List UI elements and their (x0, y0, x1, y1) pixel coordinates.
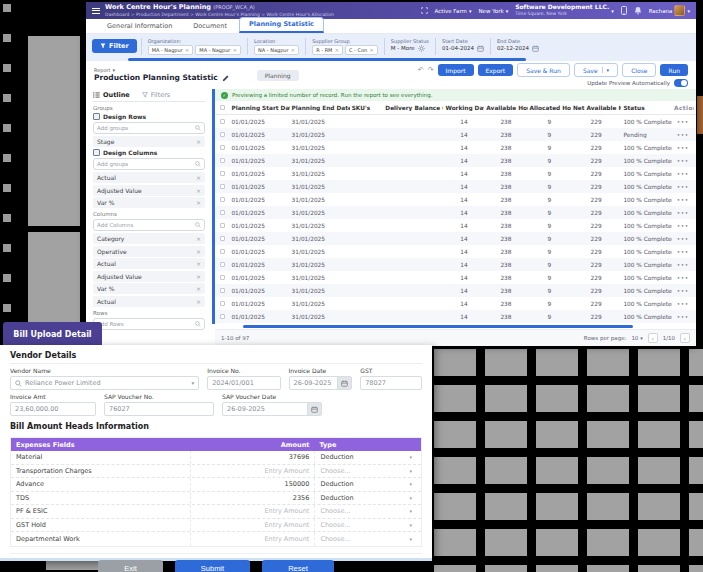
row-actions-icon[interactable]: ••• (672, 145, 694, 151)
tab-document[interactable]: Document (184, 20, 236, 33)
expense-amount-input[interactable]: Entry Amount (191, 505, 314, 518)
row-checkbox[interactable] (220, 210, 225, 215)
row-checkbox[interactable] (220, 301, 225, 306)
sap-voucher-no-input[interactable]: 76027 (104, 402, 214, 416)
redo-icon[interactable]: ↷ (428, 67, 434, 74)
filter-value[interactable]: 02-12-2024 (497, 45, 539, 52)
row-actions-icon[interactable]: ••• (672, 236, 694, 242)
remove-icon[interactable]: × (196, 235, 201, 242)
expense-type-select[interactable]: Choose... (314, 532, 400, 546)
row-checkbox[interactable] (220, 288, 225, 293)
remove-icon[interactable]: × (196, 138, 201, 145)
field-chip-category[interactable]: Category× (93, 233, 205, 244)
design-columns-item[interactable]: Design Columns (93, 149, 205, 156)
expense-type-select[interactable]: Choose... (314, 465, 400, 478)
row-actions-icon[interactable]: ••• (672, 197, 694, 203)
row-actions-icon[interactable]: ••• (672, 158, 694, 164)
table-row[interactable]: 01/01/202531/01/2025142389229100 % Compl… (215, 284, 696, 297)
add-column-groups-input[interactable]: Add groups (93, 158, 205, 170)
table-row[interactable]: 01/01/202531/01/2025142389229100 % Compl… (215, 180, 696, 193)
rows-per-page-select[interactable]: 10 ▾ (631, 335, 642, 341)
remove-icon[interactable]: × (196, 260, 201, 267)
calendar-icon[interactable] (337, 377, 351, 389)
row-checkbox[interactable] (220, 262, 225, 267)
submit-button[interactable]: Submit (175, 560, 250, 572)
design-rows-item[interactable]: Design Rows (93, 113, 205, 120)
row-checkbox[interactable] (220, 275, 225, 280)
mobile-icon[interactable] (621, 6, 627, 15)
edit-pencil-icon[interactable] (222, 75, 229, 82)
table-row[interactable]: 01/01/202531/01/2025142389229100 % Compl… (215, 206, 696, 219)
add-columns-input[interactable]: Add Columns (93, 219, 205, 231)
gst-input[interactable]: 78027 (360, 376, 422, 390)
report-view-tab[interactable]: Planning (257, 70, 299, 81)
row-checkbox[interactable] (220, 145, 225, 150)
field-chip-var[interactable]: Var %× (93, 197, 205, 208)
select-all-checkbox[interactable] (220, 105, 225, 110)
panel-divider-scrollbar[interactable] (212, 89, 215, 324)
import-button[interactable]: Import (438, 64, 474, 76)
row-actions-icon[interactable]: ••• (672, 301, 694, 307)
remove-icon[interactable]: × (334, 47, 339, 53)
field-chip-actual[interactable]: Actual× (93, 258, 205, 269)
remove-icon[interactable]: × (369, 47, 374, 53)
expense-amount-input[interactable]: Entry Amount (191, 519, 314, 532)
chevron-down-icon[interactable]: ▾ (400, 495, 421, 501)
table-row[interactable]: 01/01/202531/01/2025142389229100 % Compl… (215, 297, 696, 310)
expense-type-select[interactable]: Deduction (314, 492, 400, 505)
sap-voucher-date-input[interactable]: 26-09-2025 (222, 402, 322, 416)
chevron-down-icon[interactable]: ▾ (400, 454, 421, 460)
filter-button[interactable]: Filter (92, 39, 137, 53)
table-row[interactable]: 01/01/202531/01/2025142389229100 % Compl… (215, 141, 696, 154)
row-checkbox[interactable] (220, 314, 225, 319)
save-button[interactable]: Save▾ (574, 63, 618, 77)
row-actions-icon[interactable]: ••• (672, 210, 694, 216)
expense-amount-input[interactable]: 37696 (191, 451, 314, 464)
expense-type-select[interactable]: Choose... (314, 505, 400, 518)
table-row[interactable]: 01/01/202531/01/2025142389229100 % Compl… (215, 258, 696, 271)
auto-preview-toggle[interactable] (674, 79, 688, 87)
row-checkbox[interactable] (220, 132, 225, 137)
field-chip-adjusted-value[interactable]: Adjusted Value× (93, 185, 205, 196)
invoice-date-input[interactable]: 26-09-2025 (289, 376, 353, 390)
chevron-down-icon[interactable]: ▾ (400, 468, 421, 474)
export-button[interactable]: Export (478, 64, 514, 76)
expense-type-select[interactable]: Deduction (314, 478, 400, 491)
chevron-down-icon[interactable]: ▾ (400, 536, 421, 542)
row-checkbox[interactable] (220, 223, 225, 228)
row-actions-icon[interactable]: ••• (672, 262, 694, 268)
row-actions-icon[interactable]: ••• (672, 119, 694, 125)
row-actions-icon[interactable]: ••• (672, 171, 694, 177)
row-checkbox[interactable] (220, 197, 225, 202)
exit-button[interactable]: Exit (98, 560, 163, 572)
hamburger-menu-icon[interactable] (92, 8, 100, 14)
table-row[interactable]: 01/01/202531/01/2025142389229100 % Compl… (215, 219, 696, 232)
row-actions-icon[interactable]: ••• (672, 132, 694, 138)
field-chip-actual[interactable]: Actual× (93, 296, 205, 307)
farm-dropdown[interactable]: Active Farm▾ (435, 8, 472, 14)
expense-amount-input[interactable]: 2356 (191, 492, 314, 505)
tab-general-information[interactable]: General Information (98, 20, 181, 33)
save-run-button[interactable]: Save & Run (517, 63, 570, 77)
field-chip-stage[interactable]: Stage× (93, 136, 205, 147)
filter-value[interactable]: 01-04-2024 (442, 45, 484, 52)
remove-icon[interactable]: × (196, 248, 201, 255)
add-row-groups-input[interactable]: Add groups (93, 122, 205, 134)
filter-horizontal-scrollbar[interactable] (128, 58, 526, 61)
reset-button[interactable]: Reset (262, 560, 334, 572)
row-actions-icon[interactable]: ••• (672, 184, 694, 190)
table-row[interactable]: 01/01/202531/01/2025142389229100 % Compl… (215, 115, 696, 128)
user-menu[interactable]: Rachana ▾ (649, 5, 690, 16)
table-row[interactable]: 01/01/202531/01/2025142389229100 % Compl… (215, 167, 696, 180)
remove-icon[interactable]: × (196, 199, 201, 206)
tab-planning-statistic[interactable]: Planning Statistic (239, 17, 324, 33)
row-checkbox[interactable] (220, 158, 225, 163)
expense-type-select[interactable]: Choose... (314, 519, 400, 532)
city-dropdown[interactable]: New York▾ (478, 8, 508, 14)
notifications-bell-icon[interactable] (634, 6, 642, 15)
row-checkbox[interactable] (220, 236, 225, 241)
row-actions-icon[interactable]: ••• (672, 223, 694, 229)
prev-page-button[interactable]: ‹ (648, 333, 658, 343)
chevron-down-icon[interactable]: ▾ (400, 522, 421, 528)
calendar-icon[interactable] (307, 403, 321, 415)
